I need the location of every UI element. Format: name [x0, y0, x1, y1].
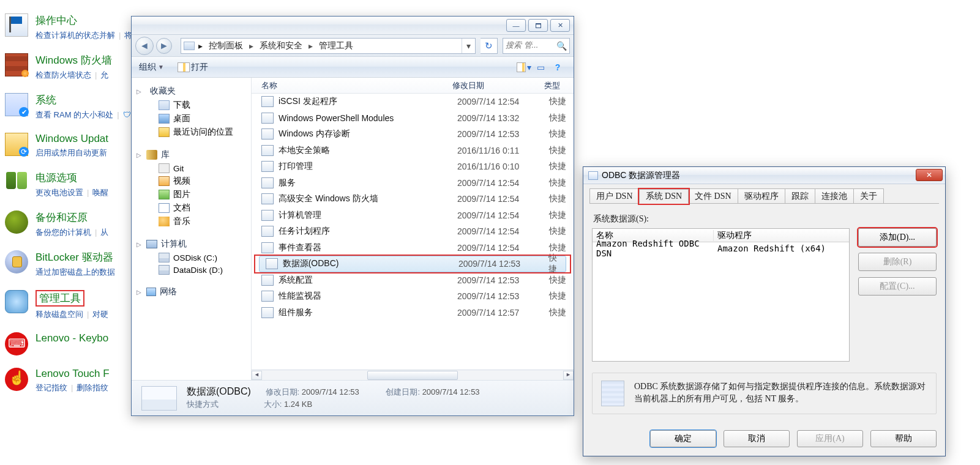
- sidebar-item[interactable]: 下载: [132, 99, 251, 112]
- sidebar-group[interactable]: ▷库: [132, 147, 251, 162]
- sidebar-group[interactable]: ▷网络: [132, 285, 251, 299]
- file-row[interactable]: 打印管理2016/11/16 0:10快捷: [252, 158, 574, 175]
- cp-title[interactable]: Windows Updat: [36, 133, 108, 145]
- cp-link[interactable]: 通过加密磁盘上的数据: [36, 267, 115, 277]
- odbc-tab[interactable]: 连接池: [815, 188, 854, 203]
- cp-item: BitLocker 驱动器通过加密磁盘上的数据: [5, 250, 130, 278]
- odbc-cancel-button[interactable]: 取消: [724, 430, 790, 447]
- cp-title[interactable]: 电源选项: [36, 171, 108, 185]
- cp-link[interactable]: 登记指纹: [36, 383, 67, 392]
- preview-pane-button[interactable]: ▭: [532, 60, 549, 75]
- odbc-dialog: ODBC 数据源管理器 ✕ 用户 DSN系统 DSN文件 DSN驱动程序跟踪连接…: [583, 166, 946, 456]
- odbc-tab[interactable]: 系统 DSN: [639, 189, 689, 204]
- odbc-ok-button[interactable]: 确定: [650, 430, 716, 447]
- cp-title[interactable]: BitLocker 驱动器: [36, 250, 115, 264]
- odbc-tab[interactable]: 文件 DSN: [688, 188, 738, 203]
- odbc-tab[interactable]: 跟踪: [785, 188, 815, 203]
- h-scrollbar[interactable]: ◄►: [252, 370, 574, 380]
- column-headers[interactable]: 名称 修改日期 类型: [252, 78, 574, 94]
- sidebar-item[interactable]: 音乐: [132, 215, 251, 228]
- cp-title[interactable]: 管理工具: [36, 290, 108, 307]
- cp-link[interactable]: 允: [100, 70, 108, 80]
- file-row[interactable]: 计算机管理2009/7/14 12:54快捷: [252, 207, 574, 224]
- odbc-cfg-button[interactable]: 配置(C)...: [858, 277, 937, 296]
- cp-item: 备份和还原备份您的计算机|从: [5, 210, 130, 238]
- close-button[interactable]: ✕: [550, 19, 570, 32]
- odbc-apply-button[interactable]: 应用(A): [797, 430, 863, 447]
- dsn-row[interactable]: Amazon Redshift ODBC DSNAmazon Redshift …: [593, 242, 849, 255]
- file-row[interactable]: 数据源(ODBC)2009/7/14 12:53快捷: [259, 256, 566, 272]
- cp-icon: [5, 368, 28, 391]
- odbc-close-button[interactable]: ✕: [916, 169, 943, 181]
- file-row[interactable]: 系统配置2009/7/14 12:53快捷: [252, 272, 574, 289]
- file-row[interactable]: Windows 内存诊断2009/7/14 12:53快捷: [252, 126, 574, 143]
- sidebar-item[interactable]: 视频: [132, 174, 251, 188]
- file-row[interactable]: 任务计划程序2009/7/14 12:54快捷: [252, 223, 574, 240]
- col-type: 类型: [544, 80, 574, 91]
- odbc-tab[interactable]: 关于: [853, 188, 884, 203]
- cp-link[interactable]: 备份您的计算机: [36, 228, 91, 237]
- cp-title[interactable]: Lenovo - Keybo: [36, 332, 108, 344]
- file-row[interactable]: 事件查看器2009/7/14 12:54快捷: [252, 240, 574, 256]
- file-row[interactable]: 本地安全策略2016/11/16 0:11快捷: [252, 143, 574, 159]
- group-icon: [146, 240, 157, 248]
- file-row[interactable]: Windows PowerShell Modules2009/7/14 13:3…: [252, 110, 574, 127]
- odbc-icon: [588, 171, 598, 180]
- file-row[interactable]: 性能监视器2009/7/14 12:53快捷: [252, 288, 574, 305]
- odbc-tab[interactable]: 用户 DSN: [589, 188, 640, 203]
- dsn-list[interactable]: 名称 驱动程序 Amazon Redshift ODBC DSNAmazon R…: [592, 228, 850, 362]
- sidebar-item[interactable]: 图片: [132, 188, 251, 201]
- sidebar-item[interactable]: OSDisk (C:): [132, 251, 251, 264]
- sidebar-item[interactable]: 桌面: [132, 112, 251, 125]
- open-button[interactable]: 打开: [176, 62, 208, 73]
- cp-link[interactable]: 释放磁盘空间: [36, 310, 83, 319]
- odbc-tabs: 用户 DSN系统 DSN文件 DSN驱动程序跟踪连接池关于: [589, 188, 939, 204]
- file-icon: [141, 386, 177, 411]
- cp-link[interactable]: 检查计算机的状态并解: [36, 31, 115, 40]
- odbc-tab[interactable]: 驱动程序: [738, 188, 785, 203]
- forward-button[interactable]: ►: [156, 38, 172, 54]
- help-button[interactable]: ?: [549, 60, 566, 75]
- titlebar: — ✕: [132, 17, 574, 35]
- item-icon: [159, 176, 170, 186]
- crumb-dropdown-icon[interactable]: ▾: [462, 39, 475, 53]
- search-icon[interactable]: 🔍: [556, 41, 567, 51]
- cp-link[interactable]: 对硬: [92, 310, 108, 319]
- expand-icon: ▷: [137, 88, 143, 95]
- item-icon: [159, 265, 170, 275]
- odbc-titlebar: ODBC 数据源管理器 ✕: [583, 167, 945, 184]
- view-mode-button[interactable]: ▾: [515, 60, 532, 75]
- sidebar-group[interactable]: ▷计算机: [132, 237, 251, 251]
- sidebar-group[interactable]: ▷收藏夹: [132, 84, 251, 99]
- cp-title[interactable]: Lenovo Touch F: [36, 368, 110, 380]
- cp-title[interactable]: 备份和还原: [36, 210, 108, 225]
- sidebar-item[interactable]: Git: [132, 162, 251, 174]
- cp-link[interactable]: 检查防火墙状态: [36, 70, 91, 80]
- cp-link[interactable]: 查看 RAM 的大小和处: [36, 110, 113, 119]
- search-input[interactable]: 🔍: [503, 38, 570, 54]
- cp-title[interactable]: Windows 防火墙: [36, 53, 112, 67]
- refresh-button[interactable]: ↻: [481, 38, 498, 54]
- odbc-del-button[interactable]: 删除(R): [858, 253, 937, 271]
- file-row[interactable]: 组件服务2009/7/14 12:57快捷: [252, 305, 574, 321]
- file-row[interactable]: 服务2009/7/14 12:54快捷: [252, 175, 574, 192]
- cp-link[interactable]: 唤醒: [92, 188, 108, 197]
- cp-link[interactable]: 更改电池设置: [36, 188, 83, 197]
- maximize-button[interactable]: [528, 19, 548, 32]
- cp-link[interactable]: 删除指纹: [77, 383, 108, 392]
- file-row[interactable]: iSCSI 发起程序2009/7/14 12:54快捷: [252, 94, 574, 110]
- cp-link[interactable]: 启用或禁用自动更新: [36, 148, 107, 157]
- sidebar-item[interactable]: 文档: [132, 201, 251, 215]
- odbc-add-button[interactable]: 添加(D)...: [858, 228, 937, 247]
- cp-item: 管理工具释放磁盘空间|对硬: [5, 290, 130, 320]
- cp-link[interactable]: 从: [100, 228, 108, 237]
- sidebar-item[interactable]: DataDisk (D:): [132, 264, 251, 276]
- breadcrumb[interactable]: ▸ 控制面板▸ 系统和安全▸ 管理工具 ▾: [181, 38, 476, 54]
- dsn-col-driver[interactable]: 驱动程序: [714, 230, 849, 241]
- sidebar-item[interactable]: 最近访问的位置: [132, 125, 251, 139]
- minimize-button[interactable]: —: [506, 19, 526, 32]
- file-row[interactable]: 高级安全 Windows 防火墙2009/7/14 12:54快捷: [252, 191, 574, 207]
- odbc-help-button[interactable]: 帮助: [870, 430, 937, 447]
- back-button[interactable]: ◄: [135, 37, 154, 55]
- organize-menu[interactable]: 组织▼: [139, 62, 164, 73]
